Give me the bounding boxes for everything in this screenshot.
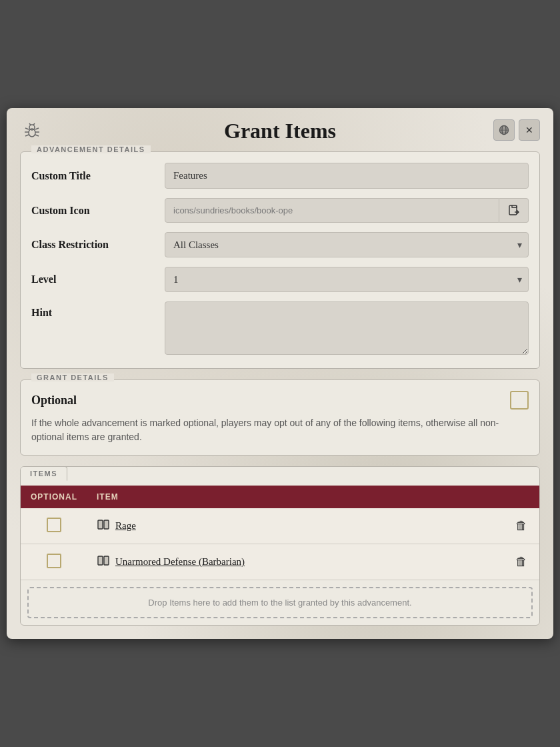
row2-optional-cell <box>21 544 87 580</box>
svg-rect-20 <box>104 556 109 565</box>
hint-textarea[interactable] <box>165 301 529 355</box>
class-restriction-control: All Classes Barbarian Bard Cleric Druid … <box>165 232 529 257</box>
row1-item-link[interactable]: Rage <box>115 520 136 532</box>
level-row: Level 12345 678910 ▾ <box>31 267 529 292</box>
row1-item-icon <box>97 518 110 534</box>
svg-rect-19 <box>98 556 103 565</box>
items-table-body: Rage 🗑 <box>21 508 539 580</box>
header-buttons: ✕ <box>493 119 540 141</box>
items-table: OPTIONAL ITEM <box>21 486 539 580</box>
custom-icon-label: Custom Icon <box>31 205 165 217</box>
svg-line-2 <box>25 128 29 129</box>
custom-icon-row: Custom Icon <box>31 198 529 223</box>
row2-delete-cell: 🗑 <box>503 544 539 580</box>
hint-row: Hint <box>31 301 529 357</box>
row2-item-cell: Unarmored Defense (Barbarian) <box>87 544 503 580</box>
table-row: Unarmored Defense (Barbarian) 🗑 <box>21 544 539 580</box>
svg-line-4 <box>25 135 29 136</box>
optional-description: If the whole advancement is marked optio… <box>31 416 529 444</box>
advancement-details-section: ADVANCEMENT DETAILS Custom Title Custom … <box>20 151 540 369</box>
svg-rect-18 <box>104 520 109 529</box>
hint-label: Hint <box>31 301 165 319</box>
row1-item-name: Rage <box>97 518 494 534</box>
row1-optional-cell <box>21 508 87 544</box>
col-optional: OPTIONAL <box>21 486 87 508</box>
icon-browse-button[interactable] <box>499 198 529 223</box>
class-restriction-row: Class Restriction All Classes Barbarian … <box>31 232 529 257</box>
grant-details-section: GRANT DETAILS Optional If the whole adva… <box>20 380 540 456</box>
class-restriction-label: Class Restriction <box>31 239 165 251</box>
level-select[interactable]: 12345 678910 <box>165 267 529 292</box>
svg-rect-17 <box>98 520 103 529</box>
hint-control <box>165 301 529 357</box>
items-table-header-row: OPTIONAL ITEM <box>21 486 539 508</box>
table-row: Rage 🗑 <box>21 508 539 544</box>
custom-title-control <box>165 163 529 189</box>
level-control: 12345 678910 ▾ <box>165 267 529 292</box>
custom-icon-control <box>165 198 529 223</box>
row2-item-icon <box>97 554 110 570</box>
row1-delete-cell: 🗑 <box>503 508 539 544</box>
col-actions <box>503 486 539 508</box>
row2-item-link[interactable]: Unarmored Defense (Barbarian) <box>115 556 245 568</box>
class-restriction-select[interactable]: All Classes Barbarian Bard Cleric Druid … <box>165 232 529 257</box>
close-button[interactable]: ✕ <box>519 119 540 141</box>
svg-line-8 <box>29 123 31 125</box>
svg-line-9 <box>33 123 35 125</box>
level-label: Level <box>31 273 165 285</box>
items-table-head: OPTIONAL ITEM <box>21 486 539 508</box>
items-tab: ITEMS <box>20 466 67 481</box>
row1-delete-button[interactable]: 🗑 <box>513 516 530 536</box>
icon-input-group <box>165 198 529 223</box>
svg-line-7 <box>35 135 39 136</box>
row1-item-cell: Rage <box>87 508 503 544</box>
globe-button[interactable] <box>493 119 515 141</box>
grant-details-label: GRANT DETAILS <box>31 374 114 382</box>
custom-title-label: Custom Title <box>31 170 165 182</box>
optional-row: Optional <box>31 391 529 410</box>
advancement-details-label: ADVANCEMENT DETAILS <box>31 145 151 153</box>
row2-delete-button[interactable]: 🗑 <box>513 552 530 572</box>
drop-zone[interactable]: Drop Items here to add them to the list … <box>27 587 533 618</box>
row2-optional-checkbox[interactable] <box>47 554 61 568</box>
level-select-wrapper: 12345 678910 ▾ <box>165 267 529 292</box>
row2-item-name: Unarmored Defense (Barbarian) <box>97 554 494 570</box>
modal: Grant Items ✕ ADVANCEMENT DETAILS Custom… <box>7 108 553 639</box>
optional-checkbox[interactable] <box>510 391 529 410</box>
modal-title: Grant Items <box>224 119 336 143</box>
col-item: ITEM <box>87 486 503 508</box>
optional-label: Optional <box>31 394 77 408</box>
bug-icon <box>20 118 44 142</box>
svg-rect-15 <box>509 205 517 215</box>
close-icon: ✕ <box>525 125 533 135</box>
custom-title-row: Custom Title <box>31 163 529 189</box>
row1-optional-checkbox[interactable] <box>47 518 61 532</box>
items-section: ITEMS OPTIONAL ITEM <box>20 466 540 626</box>
class-restriction-select-wrapper: All Classes Barbarian Bard Cleric Druid … <box>165 232 529 257</box>
custom-title-input[interactable] <box>165 163 529 189</box>
custom-icon-input[interactable] <box>165 198 499 223</box>
svg-line-5 <box>35 128 39 129</box>
